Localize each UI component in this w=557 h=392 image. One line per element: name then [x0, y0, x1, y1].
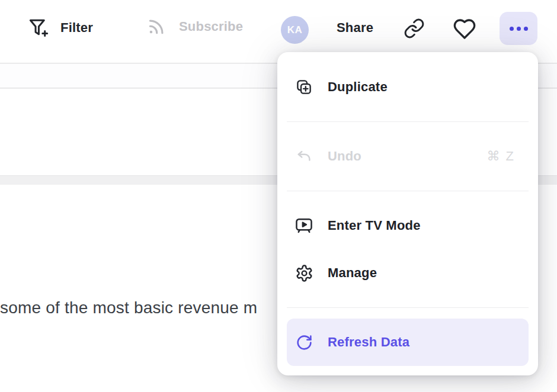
undo-icon — [294, 146, 314, 166]
filter-label: Filter — [60, 20, 93, 36]
menu-item-label: Undo — [328, 149, 361, 164]
ellipsis-icon — [510, 27, 514, 31]
gear-icon — [294, 263, 314, 283]
menu-divider — [287, 121, 529, 122]
copy-link-button[interactable] — [403, 17, 425, 40]
menu-item-label: Duplicate — [328, 79, 388, 95]
share-button[interactable]: Share — [337, 20, 373, 36]
more-options-button[interactable] — [500, 12, 537, 45]
menu-item-duplicate[interactable]: Duplicate — [287, 63, 529, 111]
menu-item-enter-tv-mode[interactable]: Enter TV Mode — [287, 202, 529, 249]
menu-item-label: Enter TV Mode — [328, 218, 421, 233]
subscribe-label: Subscribe — [179, 19, 243, 34]
menu-divider — [287, 307, 529, 308]
subscribe-button[interactable]: Subscribe — [146, 16, 243, 37]
favorite-button[interactable] — [452, 17, 477, 41]
menu-item-undo[interactable]: Undo ⌘ Z — [287, 133, 529, 180]
menu-divider — [287, 191, 529, 191]
undo-shortcut: ⌘ Z — [486, 149, 515, 164]
menu-item-label: Manage — [328, 265, 377, 281]
duplicate-icon — [294, 77, 314, 97]
avatar-initials: KA — [287, 24, 303, 36]
dashboard-description-text: some of the most basic revenue m — [0, 298, 257, 317]
more-options-menu: Duplicate Undo ⌘ Z Enter TV M — [277, 52, 538, 375]
refresh-icon — [294, 332, 314, 352]
avatar[interactable]: KA — [281, 16, 309, 44]
dashboard-screen: some of the most basic revenue m Filter … — [0, 0, 557, 392]
rss-icon — [146, 16, 167, 37]
menu-item-refresh-data[interactable]: Refresh Data — [287, 319, 529, 366]
filter-funnel-icon — [26, 16, 50, 40]
heart-icon — [453, 17, 476, 41]
filter-button[interactable]: Filter — [26, 16, 93, 40]
share-label: Share — [337, 20, 373, 36]
tv-mode-icon — [294, 216, 314, 236]
menu-item-manage[interactable]: Manage — [287, 249, 529, 297]
menu-item-label: Refresh Data — [328, 335, 409, 350]
link-icon — [404, 18, 425, 39]
